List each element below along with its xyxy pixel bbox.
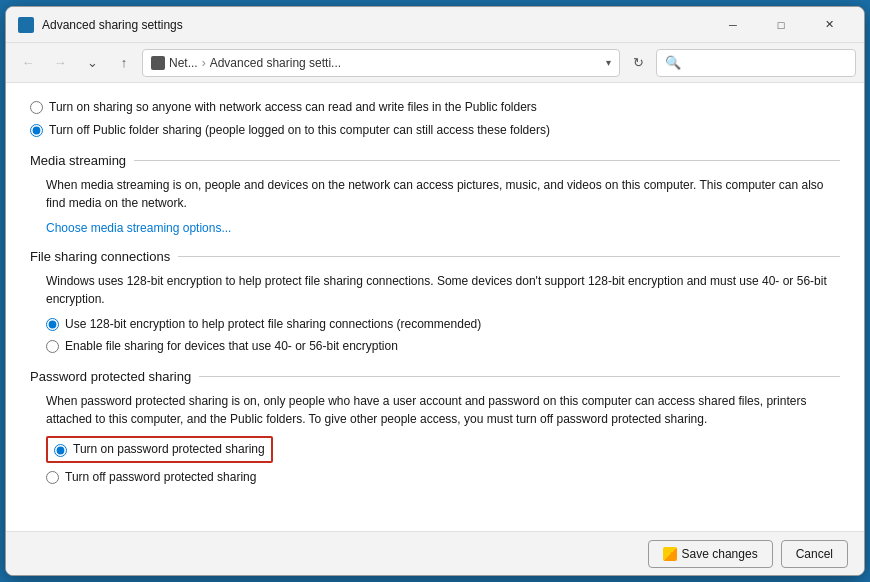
back-button[interactable]: ← — [14, 49, 42, 77]
file-sharing-title: File sharing connections — [30, 249, 170, 264]
radio-option-40-56bit: Enable file sharing for devices that use… — [46, 338, 840, 355]
radio-share-anyone-label: Turn on sharing so anyone with network a… — [49, 99, 537, 116]
radio-turn-off-public-label: Turn off Public folder sharing (people l… — [49, 122, 550, 139]
highlighted-radio-wrapper: Turn on password protected sharing — [46, 436, 273, 463]
radio-40-56bit[interactable] — [46, 340, 59, 353]
radio-128bit[interactable] — [46, 318, 59, 331]
address-box[interactable]: Net... › Advanced sharing setti... ▾ — [142, 49, 620, 77]
footer: Save changes Cancel — [6, 531, 864, 575]
address-bar: ← → ⌄ ↑ Net... › Advanced sharing setti.… — [6, 43, 864, 83]
address-part-2: Advanced sharing setti... — [210, 56, 341, 70]
save-label: Save changes — [682, 547, 758, 561]
maximize-button[interactable]: □ — [758, 9, 804, 41]
radio-option-128bit: Use 128-bit encryption to help protect f… — [46, 316, 840, 333]
search-box[interactable]: 🔍 — [656, 49, 856, 77]
section-divider — [134, 160, 840, 161]
title-bar: Advanced sharing settings ─ □ ✕ — [6, 7, 864, 43]
radio-128bit-label: Use 128-bit encryption to help protect f… — [65, 316, 481, 333]
file-sharing-description: Windows uses 128-bit encryption to help … — [46, 272, 840, 308]
password-sharing-divider — [199, 376, 840, 377]
file-sharing-section-header: File sharing connections — [30, 249, 840, 264]
radio-turn-off-public[interactable] — [30, 124, 43, 137]
radio-option-turn-on-password: Turn on password protected sharing — [46, 436, 840, 463]
save-icon — [663, 547, 677, 561]
password-sharing-title: Password protected sharing — [30, 369, 191, 384]
address-part-1: Net... — [169, 56, 198, 70]
window-icon — [18, 17, 34, 33]
content-area: Turn on sharing so anyone with network a… — [6, 83, 864, 531]
save-changes-button[interactable]: Save changes — [648, 540, 773, 568]
file-sharing-divider — [178, 256, 840, 257]
forward-button[interactable]: → — [46, 49, 74, 77]
radio-turn-on-password-label: Turn on password protected sharing — [73, 441, 265, 458]
radio-option-share-anyone: Turn on sharing so anyone with network a… — [30, 99, 840, 116]
password-sharing-section-header: Password protected sharing — [30, 369, 840, 384]
search-icon: 🔍 — [665, 55, 681, 70]
up-button[interactable]: ↑ — [110, 49, 138, 77]
media-streaming-title: Media streaming — [30, 153, 126, 168]
address-sep: › — [202, 56, 206, 70]
media-streaming-link[interactable]: Choose media streaming options... — [46, 221, 231, 235]
main-window: Advanced sharing settings ─ □ ✕ ← → ⌄ ↑ … — [5, 6, 865, 576]
media-streaming-description: When media streaming is on, people and d… — [46, 176, 840, 212]
radio-option-turn-off-password: Turn off password protected sharing — [46, 469, 840, 486]
cancel-button[interactable]: Cancel — [781, 540, 848, 568]
close-button[interactable]: ✕ — [806, 9, 852, 41]
folder-icon — [151, 56, 165, 70]
title-bar-controls: ─ □ ✕ — [710, 9, 852, 41]
minimize-button[interactable]: ─ — [710, 9, 756, 41]
radio-turn-off-password[interactable] — [46, 471, 59, 484]
radio-turn-on-password[interactable] — [54, 444, 67, 457]
address-dropdown-icon[interactable]: ▾ — [606, 57, 611, 68]
radio-option-turn-off-public: Turn off Public folder sharing (people l… — [30, 122, 840, 139]
media-streaming-section-header: Media streaming — [30, 153, 840, 168]
window-title: Advanced sharing settings — [42, 18, 710, 32]
radio-turn-off-password-label: Turn off password protected sharing — [65, 469, 256, 486]
radio-40-56bit-label: Enable file sharing for devices that use… — [65, 338, 398, 355]
password-sharing-description: When password protected sharing is on, o… — [46, 392, 840, 428]
recent-locations-button[interactable]: ⌄ — [78, 49, 106, 77]
refresh-button[interactable]: ↻ — [624, 49, 652, 77]
radio-share-anyone[interactable] — [30, 101, 43, 114]
